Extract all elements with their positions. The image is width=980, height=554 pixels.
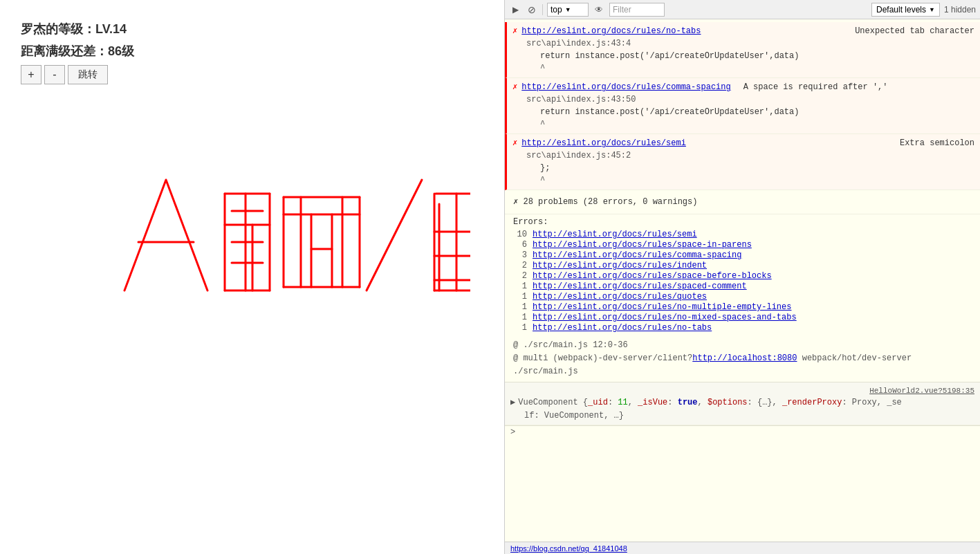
count-10: 1	[513, 323, 527, 333]
errors-link-indent[interactable]: http://eslint.org/docs/rules/indent	[533, 261, 707, 270]
error-row-2: ✗ http://eslint.org/docs/rules/comma-spa…	[512, 81, 974, 93]
summary-text: ✗ 28 problems (28 errors, 0 warnings)	[513, 197, 697, 207]
count-1: 10	[513, 230, 527, 239]
error-source-3: src\api\index.js:45:2	[512, 149, 974, 162]
canvas-area	[55, 97, 470, 318]
error-count-row-7: 1 http://eslint.org/docs/rules/quotes	[513, 292, 972, 302]
gap-line: 距离满级还差：86级	[21, 43, 490, 59]
error-icon-3: ✗	[512, 137, 517, 149]
expand-icon[interactable]: ▶	[510, 396, 515, 409]
vue-component-block: HelloWorld2.vue?5198:35 ▶ VueComponent {…	[505, 382, 980, 426]
filter-placeholder: Filter	[613, 5, 631, 15]
level-info: 罗杰的等级：LV.14 距离满级还差：86级 + - 跳转	[0, 0, 504, 91]
count-4: 2	[513, 261, 527, 270]
error-msg-1: Unexpected tab character	[855, 25, 974, 37]
count-3: 3	[513, 250, 527, 260]
error-count-row-2: 6 http://eslint.org/docs/rules/space-in-…	[513, 240, 972, 250]
localhost-link[interactable]: http://localhost:8080	[692, 353, 797, 363]
error-caret-1: ^	[512, 62, 974, 75]
count-8: 1	[513, 302, 527, 312]
error-msg-2: A space is required after ','	[743, 81, 888, 93]
error-source-2: src\api\index.js:43:50	[512, 93, 974, 106]
errors-link-quotes[interactable]: http://eslint.org/docs/rules/quotes	[533, 292, 707, 302]
filter-input[interactable]: Filter	[609, 3, 665, 17]
count-2: 6	[513, 240, 527, 250]
error-row-3: ✗ http://eslint.org/docs/rules/semi Extr…	[512, 137, 974, 149]
errors-link-space-before-blocks[interactable]: http://eslint.org/docs/rules/space-befor…	[533, 271, 772, 281]
error-code-1: return instance.post('/api/createOrUpdat…	[512, 50, 974, 62]
error-caret-2: ^	[512, 118, 974, 131]
bottom-link[interactable]: HelloWorld2.vue?5198:35	[869, 385, 974, 397]
error-code-2: return instance.post('/api/createOrUpdat…	[512, 106, 974, 118]
controls: + - 跳转	[21, 65, 490, 84]
level-value: LV.14	[95, 22, 127, 36]
error-link-2[interactable]: http://eslint.org/docs/rules/comma-spaci…	[521, 81, 730, 93]
plus-button[interactable]: +	[21, 65, 41, 84]
error-count-row-4: 2 http://eslint.org/docs/rules/indent	[513, 261, 972, 270]
record-icon[interactable]: ▶	[509, 3, 521, 16]
prompt-arrow[interactable]: >	[510, 427, 515, 437]
vue-component-line2: lf: VueComponent, …}	[510, 409, 974, 422]
error-count-row-8: 1 http://eslint.org/docs/rules/no-multip…	[513, 302, 972, 312]
multi-text-1: @ ./src/main.js 12:0-36	[513, 339, 972, 352]
console-prompt-row[interactable]: >	[505, 425, 980, 438]
devtools-toolbar: ▶ ⊘ top ▼ 👁 Filter Default levels ▼ 1 hi…	[505, 0, 980, 19]
error-count-row-5: 2 http://eslint.org/docs/rules/space-bef…	[513, 271, 972, 281]
stop-icon[interactable]: ⊘	[526, 3, 538, 16]
console-content[interactable]: ✗ http://eslint.org/docs/rules/no-tabs U…	[505, 19, 980, 542]
minus-button[interactable]: -	[44, 65, 65, 84]
count-9: 1	[513, 313, 527, 322]
left-panel: 罗杰的等级：LV.14 距离满级还差：86级 + - 跳转	[0, 0, 505, 554]
gap-value: 86级	[108, 44, 134, 58]
error-count-row-6: 1 http://eslint.org/docs/rules/spaced-co…	[513, 281, 972, 291]
right-panel: ▶ ⊘ top ▼ 👁 Filter Default levels ▼ 1 hi…	[505, 0, 980, 554]
errors-link-no-mixed-spaces-and-tabs[interactable]: http://eslint.org/docs/rules/no-mixed-sp…	[533, 313, 797, 322]
error-link-1[interactable]: http://eslint.org/docs/rules/no-tabs	[521, 25, 701, 37]
errors-link-spaced-comment[interactable]: http://eslint.org/docs/rules/spaced-comm…	[533, 281, 747, 291]
context-label: top	[551, 5, 562, 15]
errors-link-comma-spacing[interactable]: http://eslint.org/docs/rules/comma-spaci…	[533, 250, 741, 260]
levels-chevron-icon: ▼	[929, 6, 935, 13]
error-icon: ✗	[512, 25, 517, 37]
hidden-count: 1 hidden	[944, 5, 976, 15]
chevron-down-icon: ▼	[565, 6, 571, 13]
vue-component-row: ▶ VueComponent {_uid: 11, _isVue: true, …	[510, 396, 974, 409]
error-row: ✗ http://eslint.org/docs/rules/no-tabs U…	[512, 25, 974, 37]
jump-button[interactable]: 跳转	[68, 65, 108, 84]
errors-link-no-multiple-empty-lines[interactable]: http://eslint.org/docs/rules/no-multiple…	[533, 302, 791, 312]
error-caret-3: ^	[512, 174, 974, 187]
errors-link-no-tabs[interactable]: http://eslint.org/docs/rules/no-tabs	[533, 323, 712, 333]
summary-block: ✗ 28 problems (28 errors, 0 warnings)	[505, 190, 980, 214]
errors-link-semi[interactable]: http://eslint.org/docs/rules/semi	[533, 230, 697, 239]
toolbar-separator	[542, 4, 543, 15]
multi-line-1: @ ./src/main.js 12:0-36 @ multi (webpack…	[505, 336, 980, 382]
count-5: 2	[513, 271, 527, 281]
error-block-2: ✗ http://eslint.org/docs/rules/comma-spa…	[505, 78, 980, 134]
error-count-row-9: 1 http://eslint.org/docs/rules/no-mixed-…	[513, 313, 972, 322]
levels-label: Default levels	[876, 5, 926, 15]
status-url[interactable]: https://blog.csdn.net/qq_41841048	[510, 544, 627, 553]
error-count-row-1: 10 http://eslint.org/docs/rules/semi	[513, 230, 972, 239]
context-selector[interactable]: top ▼	[547, 3, 589, 17]
error-count-row-10: 1 http://eslint.org/docs/rules/no-tabs	[513, 323, 972, 333]
errors-link-space-in-parens[interactable]: http://eslint.org/docs/rules/space-in-pa…	[533, 240, 752, 250]
levels-selector[interactable]: Default levels ▼	[871, 3, 940, 17]
errors-title: Errors:	[513, 217, 972, 227]
error-source-1: src\api\index.js:43:4	[512, 37, 974, 50]
error-block-3: ✗ http://eslint.org/docs/rules/semi Extr…	[505, 134, 980, 190]
eye-icon[interactable]: 👁	[593, 3, 605, 16]
error-link-3[interactable]: http://eslint.org/docs/rules/semi	[521, 137, 686, 149]
level-line: 罗杰的等级：LV.14	[21, 21, 490, 37]
error-count-row-3: 3 http://eslint.org/docs/rules/comma-spa…	[513, 250, 972, 260]
gap-label: 距离满级还差：	[21, 44, 108, 58]
error-code-3: };	[512, 162, 974, 174]
status-bar[interactable]: https://blog.csdn.net/qq_41841048	[505, 542, 980, 554]
count-6: 1	[513, 281, 527, 291]
errors-section: Errors: 10 http://eslint.org/docs/rules/…	[505, 214, 980, 336]
multi-text-2: @ multi (webpack)-dev-server/client?http…	[513, 352, 972, 378]
handwriting-svg	[55, 97, 470, 318]
level-label: 罗杰的等级：	[21, 22, 95, 36]
count-7: 1	[513, 292, 527, 302]
error-msg-3: Extra semicolon	[900, 137, 974, 149]
error-icon-2: ✗	[512, 81, 517, 93]
